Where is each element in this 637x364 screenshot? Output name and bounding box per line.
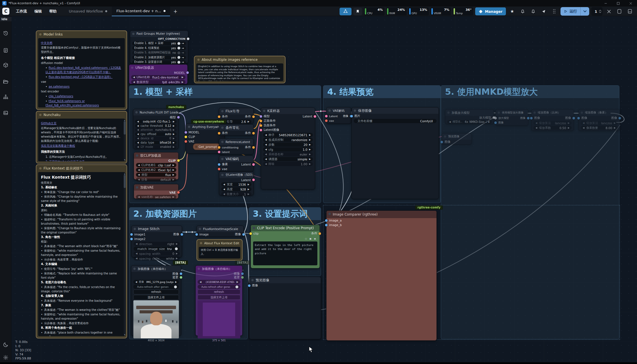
group-title[interactable]: 4. 结果预览 [323,86,440,98]
toggle-icon[interactable] [177,42,180,45]
manager-button[interactable]: Manager [475,7,506,15]
input-port[interactable] [185,131,187,134]
clear-queue-button[interactable] [605,8,613,15]
widget-row[interactable]: {41E08E9A-ED3F-476D-86A9-78 ... [198,280,240,284]
input-port[interactable] [130,238,133,240]
input-port[interactable] [325,115,328,117]
note-kontext-edit[interactable]: About Flux Kontext Edit 使用 Ctrl + B 来启用多… [197,239,243,261]
output-port[interactable] [177,191,180,194]
widget-row[interactable]: 缩放算法 lanczos [533,121,572,125]
input-port[interactable] [260,115,262,118]
input-port[interactable] [494,121,497,124]
widget-row[interactable]: match_image_size true [134,247,180,251]
sidebar-gallery-button[interactable] [2,109,9,116]
node-clip-text-encode-positive[interactable]: CLIP Text Encode (Positive Prompt) clip … [251,225,320,268]
share-button[interactable] [539,8,548,15]
menu-item[interactable]: 编辑 [31,9,46,14]
input-port[interactable] [185,140,187,143]
widget-row[interactable]: spacing_width 0 [134,251,180,256]
input-port[interactable] [577,117,580,119]
toggle-icon[interactable] [177,56,180,59]
bookmark-button[interactable] [353,8,362,15]
widget-row[interactable]: 缩放系数 0.50 [533,126,572,130]
widget-row[interactable]: 数据类型 fp8_e4m3fn [131,80,185,84]
node-empty-latent-sd3[interactable]: 空Latent图像（SD3） Latent 宽度 1536 高度 928 批量大… [219,171,254,195]
node-load-image-output[interactable]: 加载图像（来自输出） 图像 遮罩 图像 IMG_1279.jpeg [outpu… [131,265,181,336]
note-multiple-images[interactable]: About multiple images reference [English… [194,56,286,83]
input-port[interactable] [248,284,251,287]
node-scale-image-ratio[interactable]: 缩放图像（比例） 图像 图像 缩放算法 lanczos 缩放系数 0.50 [531,109,574,131]
sidebar-queue-history-button[interactable] [2,30,9,37]
node-button[interactable]: 选择文件上传 [198,295,240,300]
toggle-icon[interactable] [177,51,180,54]
node-nunchaku-dit-loader[interactable]: Nunchaku FLUX DiT Loader 模型 svdq-int4_r3… [133,109,179,149]
input-port[interactable] [530,117,533,119]
toggle-icon[interactable] [177,47,180,49]
node-conditioning-zero-out[interactable]: 条件零化 条件 条件 [219,124,254,136]
widget-row[interactable]: cpu_offload auto [135,132,177,136]
widget-row[interactable]: 采样器名称 euler [263,152,313,156]
input-port[interactable] [325,224,328,226]
output-port[interactable] [252,115,255,118]
input-port[interactable] [350,115,353,117]
widget-row[interactable]: Auto-refresh after generation false [133,285,179,289]
menu-item[interactable]: 工作流 [12,9,31,14]
output-port[interactable] [252,146,255,149]
comfyui-logo[interactable]: C [2,8,9,15]
node-vae-encode[interactable]: VAE编码 像素 Latent vae [219,156,254,171]
node-scale-image-pixels[interactable]: 缩放图像（像素） 图像 图像 缩放算法 lanczos 像素数量 8.00 [578,109,620,131]
node-upscale-with-model[interactable]: 使用模型放大图像 放大模型 图像 图像 [495,109,528,126]
menu-item[interactable]: 帮助 [46,9,60,14]
widget-row[interactable]: 像素数量 8.00 [581,126,618,130]
output-port[interactable] [619,117,621,119]
input-port[interactable] [218,151,220,153]
focus-mode-button[interactable] [615,8,624,15]
widget-row[interactable]: CLIP名称1 clip_l.safetensors [136,163,176,167]
widget-row[interactable]: vae名称 ae.safetensors [136,195,176,199]
group-mute-row[interactable]: Enable 3. 设置提示词 yes → [132,60,186,64]
window-maximize-button[interactable] [612,0,624,7]
widget-row[interactable]: svdq-int4_r32-flux.1-kontext-dev.s... [135,120,177,123]
window-minimize-button[interactable] [599,0,612,7]
widget-row[interactable]: direction right [134,242,180,246]
input-port[interactable] [195,233,198,236]
group-mute-row[interactable]: Enable 5. 使用NMKD模型放大 no → [132,51,186,55]
node-button[interactable]: refresh [133,289,179,294]
group-title[interactable]: 5. 使用NMKD模型放大 [441,86,619,98]
widget-row[interactable]: 批量大小 1 [221,192,251,196]
output-port[interactable] [241,276,244,279]
input-port[interactable] [218,163,220,166]
node-load-image-output-muted[interactable]: 加载图像（来自输出） 图像 遮罩 {41E08E9A-ED3F-476D-86A… [195,265,243,336]
input-port[interactable] [325,219,328,222]
jump-arrow-icon[interactable]: → [182,51,184,54]
settings-button[interactable] [2,354,9,361]
node-image-comparer[interactable]: Image Comparer (rgthree) image_a image_b [326,210,437,341]
jump-arrow-icon[interactable]: → [182,61,184,64]
widget-row[interactable]: cfg 1.0 [263,147,313,152]
output-port[interactable] [252,163,255,166]
widget-row[interactable]: 种子 548526835123671 [263,133,313,137]
note-model-links[interactable]: Model links 中文文档需要升级最新版本的Comfyui，新版本中添加了… [36,30,127,110]
node-reference-latent[interactable]: ReferenceLatent conditioning 条件 latent [219,138,254,154]
group-mute-row[interactable]: Enable 2. 加载资源图片 yes → [132,55,186,59]
output-port[interactable] [180,272,182,275]
group-title[interactable]: 2. 加载资源图片 [129,208,247,220]
widget-row[interactable]: 缩放算法 lanczos [581,121,618,125]
nunchaku-wheels-button[interactable] [340,8,351,15]
input-port[interactable] [249,232,252,235]
sidebar-model-library-button[interactable] [2,62,9,69]
input-port[interactable] [440,141,443,143]
node-preview-image-upscale[interactable]: 预览图像 图像 [442,133,472,144]
node-load-upscale-model[interactable]: 加载放大模型 放大模型 模型名.. 4x_NMKD-Siax_200k.pth [445,109,494,124]
tab-flux-kontext[interactable]: Flux-kcontent-dev + n... [112,7,170,16]
output-port[interactable] [314,115,316,118]
input-port[interactable] [218,115,220,118]
widget-row[interactable]: cache_threshold 0.120 [135,124,177,128]
new-tab-button[interactable]: + [170,7,181,16]
output-port[interactable] [181,233,183,236]
output-port[interactable] [252,179,255,181]
node-unet-loader-muted[interactable]: UNet加载器 MODEL UNet名称 flux1-dev-kontext_f… [129,64,188,84]
widget-row[interactable]: 模型名.. 4x_NMKD-Siax_200k.pth [447,120,492,124]
input-port[interactable] [218,132,220,135]
widget-row[interactable]: attention nunchaku-fp16 [135,128,177,132]
